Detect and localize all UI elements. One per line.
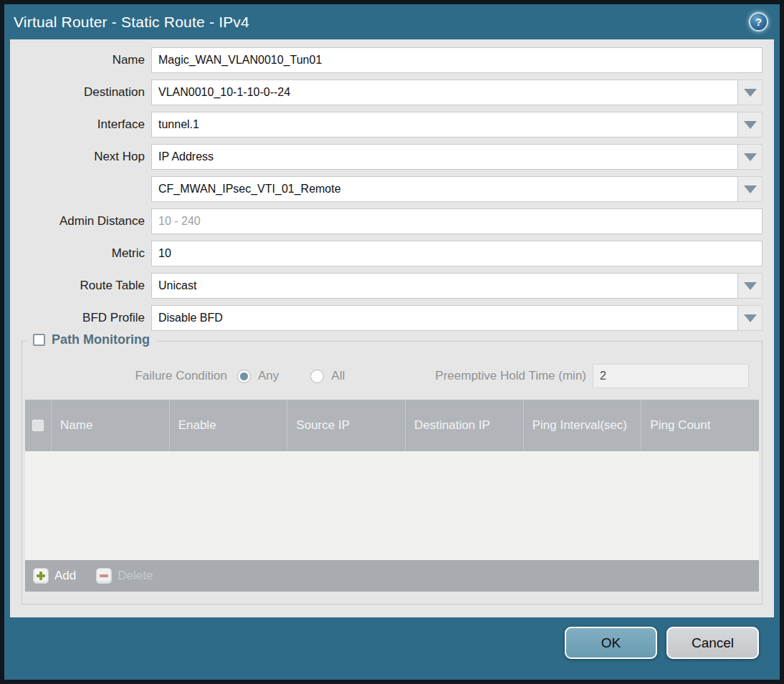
route-table-dropdown-button[interactable] [738,273,763,299]
add-button[interactable]: Add [33,568,76,584]
failure-condition-all-radio[interactable] [310,370,324,383]
column-header-enable: Enable [170,400,288,451]
add-button-label: Add [54,569,76,583]
interface-input[interactable] [151,112,738,138]
metric-label: Metric [10,241,151,266]
select-all-checkbox[interactable] [32,420,44,431]
next-hop-address-row [10,176,763,202]
dialog-titlebar: Virtual Router - Static Route - IPv4 ? [4,4,780,39]
chevron-down-icon [744,314,757,322]
next-hop-address-label [10,176,151,202]
next-hop-type-dropdown-button[interactable] [738,144,763,170]
interface-row: Interface [10,112,763,138]
next-hop-row: Next Hop [10,144,763,170]
interface-dropdown-button[interactable] [738,112,763,138]
name-input[interactable] [151,47,763,73]
interface-label: Interface [10,112,151,138]
bfd-profile-dropdown-button[interactable] [738,305,763,331]
static-route-dialog: Virtual Router - Static Route - IPv4 ? N… [0,0,784,684]
next-hop-address-dropdown-button[interactable] [738,176,763,202]
chevron-down-icon [744,89,757,97]
admin-distance-input[interactable] [151,208,763,234]
column-header-destination-ip: Destination IP [406,400,524,451]
table-body-empty [25,451,759,560]
route-table-input[interactable] [151,273,738,299]
ok-button[interactable]: OK [565,627,657,659]
admin-distance-row: Admin Distance [10,208,763,234]
failure-condition-all-label: All [331,369,345,383]
bfd-profile-row: BFD Profile [10,305,763,331]
destination-label: Destination [10,80,151,105]
metric-row: Metric [10,241,763,266]
plus-icon [33,568,49,584]
column-header-source-ip: Source IP [287,400,406,451]
help-icon[interactable]: ? [749,12,768,32]
failure-condition-label: Failure Condition [22,369,227,383]
metric-input[interactable] [151,241,763,266]
next-hop-type-input[interactable] [151,144,738,170]
bfd-profile-input[interactable] [151,305,738,331]
destination-dropdown-button[interactable] [738,80,763,105]
next-hop-address-input[interactable] [151,176,738,202]
dialog-footer: OK Cancel [4,617,780,680]
dialog-title: Virtual Router - Static Route - IPv4 [14,14,249,31]
chevron-down-icon [744,186,757,193]
admin-distance-label: Admin Distance [10,208,151,234]
chevron-down-icon [744,153,757,161]
column-header-ping-interval: Ping Interval(sec) [524,400,642,451]
next-hop-label: Next Hop [10,144,151,170]
dialog-content: Name Destination Interface [10,39,774,617]
destination-input[interactable] [151,80,738,105]
path-monitoring-title: Path Monitoring [52,332,150,347]
table-header-checkbox-cell [25,400,52,451]
minus-icon [96,568,112,584]
path-monitoring-group: Path Monitoring Failure Condition Any Al… [21,341,763,604]
bfd-profile-label: BFD Profile [10,305,151,331]
column-header-ping-count: Ping Count [641,400,759,451]
chevron-down-icon [744,121,757,129]
route-table-label: Route Table [10,273,151,299]
cancel-button[interactable]: Cancel [666,627,759,659]
delete-button-label: Delete [118,569,153,583]
failure-condition-any-label: Any [258,369,279,383]
preemptive-hold-time-label: Preemptive Hold Time (min) [435,369,586,383]
route-table-row: Route Table [10,273,763,299]
name-label: Name [10,47,151,73]
failure-condition-any-radio[interactable] [237,370,251,383]
chevron-down-icon [744,282,757,290]
table-toolbar: Add Delete [25,560,759,592]
path-monitoring-legend: Path Monitoring [27,332,156,347]
failure-condition-row: Failure Condition Any All Preemptive Hol… [22,363,762,389]
table-header-row: Name Enable Source IP Destination IP Pin… [25,400,759,451]
preemptive-hold-time-input[interactable] [593,364,749,388]
destination-row: Destination [10,80,763,105]
column-header-name: Name [52,400,170,451]
path-monitoring-table: Name Enable Source IP Destination IP Pin… [25,400,759,592]
path-monitoring-checkbox[interactable] [33,334,45,346]
name-row: Name [10,47,763,73]
delete-button[interactable]: Delete [96,568,153,584]
